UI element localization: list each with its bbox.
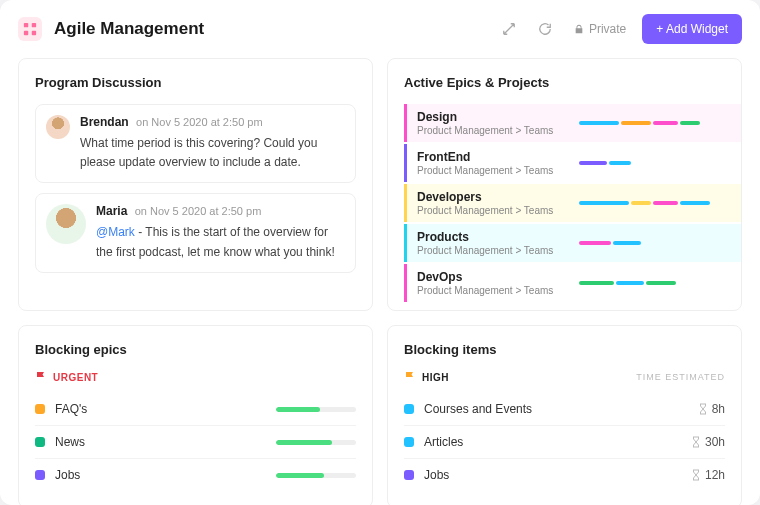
blocking-epic-row[interactable]: Jobs <box>35 459 356 491</box>
card-title: Program Discussion <box>35 75 356 90</box>
epic-progress-bars <box>579 161 729 165</box>
epic-breadcrumb: Product Management > Teams <box>417 165 579 176</box>
epic-progress-bars <box>579 281 729 285</box>
hourglass-icon <box>698 403 708 415</box>
blocking-epic-row[interactable]: FAQ's <box>35 393 356 426</box>
privacy-label: Private <box>589 22 626 36</box>
epic-breadcrumb: Product Management > Teams <box>417 125 579 136</box>
blocking-item-row[interactable]: Articles30h <box>404 426 725 459</box>
epic-breadcrumb: Product Management > Teams <box>417 245 579 256</box>
progress-bar <box>276 440 356 445</box>
page-title: Agile Management <box>54 19 484 39</box>
epics-card: Active Epics & Projects DesignProduct Ma… <box>387 58 742 311</box>
blocking-item-row[interactable]: Jobs12h <box>404 459 725 491</box>
color-square-icon <box>404 437 414 447</box>
lock-icon <box>574 24 584 34</box>
blocking-item-name: Courses and Events <box>424 402 688 416</box>
color-square-icon <box>404 404 414 414</box>
epic-row[interactable]: FrontEndProduct Management > Teams <box>404 144 741 182</box>
time-estimated: 12h <box>691 468 725 482</box>
card-title: Blocking epics <box>35 342 356 357</box>
epic-breadcrumb: Product Management > Teams <box>417 205 579 216</box>
color-square-icon <box>35 437 45 447</box>
epic-name: Design <box>417 110 579 124</box>
epic-row[interactable]: DesignProduct Management > Teams <box>404 104 741 142</box>
flag-icon <box>404 371 416 383</box>
epic-name: Developers <box>417 190 579 204</box>
comment-item[interactable]: Maria on Nov 5 2020 at 2:50 pm @Mark - T… <box>35 193 356 272</box>
color-square-icon <box>35 404 45 414</box>
expand-icon[interactable] <box>496 16 522 42</box>
blocking-epic-name: Jobs <box>55 468 266 482</box>
blocking-epics-card: Blocking epics URGENT FAQ'sNewsJobs <box>18 325 373 505</box>
blocking-items-card: Blocking items HIGH TIME ESTIMATED Cours… <box>387 325 742 505</box>
progress-bar <box>276 407 356 412</box>
mention[interactable]: @Mark <box>96 225 135 239</box>
card-title: Active Epics & Projects <box>404 75 741 90</box>
avatar <box>46 204 86 244</box>
hourglass-icon <box>691 469 701 481</box>
blocking-epic-name: FAQ's <box>55 402 266 416</box>
comment-text: What time period is this covering? Could… <box>80 134 345 172</box>
comment-author: Brendan <box>80 115 129 129</box>
epic-name: FrontEnd <box>417 150 579 164</box>
card-title: Blocking items <box>404 342 725 357</box>
epic-row[interactable]: DevelopersProduct Management > Teams <box>404 184 741 222</box>
blocking-item-row[interactable]: Courses and Events8h <box>404 393 725 426</box>
epic-breadcrumb: Product Management > Teams <box>417 285 579 296</box>
avatar <box>46 115 70 139</box>
svg-rect-3 <box>32 31 36 35</box>
epic-name: Products <box>417 230 579 244</box>
comment-author: Maria <box>96 204 127 218</box>
epic-progress-bars <box>579 121 729 125</box>
time-estimated: 30h <box>691 435 725 449</box>
flag-icon <box>35 371 47 383</box>
hourglass-icon <box>691 436 701 448</box>
comment-time: on Nov 5 2020 at 2:50 pm <box>136 116 263 128</box>
svg-rect-2 <box>24 31 28 35</box>
privacy-badge: Private <box>568 22 632 36</box>
blocking-epic-name: News <box>55 435 266 449</box>
urgent-label: URGENT <box>35 371 356 383</box>
blocking-item-name: Articles <box>424 435 681 449</box>
color-square-icon <box>404 470 414 480</box>
blocking-item-name: Jobs <box>424 468 681 482</box>
discussion-card: Program Discussion Brendan on Nov 5 2020… <box>18 58 373 311</box>
progress-bar <box>276 473 356 478</box>
epic-name: DevOps <box>417 270 579 284</box>
blocking-epic-row[interactable]: News <box>35 426 356 459</box>
epic-row[interactable]: DevOpsProduct Management > Teams <box>404 264 741 302</box>
comment-item[interactable]: Brendan on Nov 5 2020 at 2:50 pm What ti… <box>35 104 356 183</box>
add-widget-button[interactable]: + Add Widget <box>642 14 742 44</box>
comment-time: on Nov 5 2020 at 2:50 pm <box>135 205 262 217</box>
refresh-icon[interactable] <box>532 16 558 42</box>
svg-rect-0 <box>24 23 28 27</box>
epic-progress-bars <box>579 241 729 245</box>
time-column-label: TIME ESTIMATED <box>636 372 725 382</box>
svg-rect-1 <box>32 23 36 27</box>
color-square-icon <box>35 470 45 480</box>
high-label: HIGH <box>404 371 449 383</box>
comment-text: @Mark - This is the start of the overvie… <box>96 223 345 261</box>
epic-progress-bars <box>579 201 729 205</box>
epic-row[interactable]: ProductsProduct Management > Teams <box>404 224 741 262</box>
time-estimated: 8h <box>698 402 725 416</box>
app-logo[interactable] <box>18 17 42 41</box>
